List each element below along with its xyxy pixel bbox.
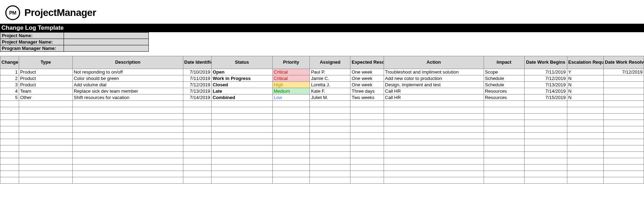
cell-status[interactable]: Combined <box>212 94 273 101</box>
empty-cell[interactable] <box>524 101 567 107</box>
empty-cell[interactable] <box>183 120 212 126</box>
cell-action[interactable]: Add new color to production <box>384 75 484 82</box>
cell-priority[interactable]: Critical <box>272 69 310 75</box>
cell-exp-res[interactable]: One week <box>350 82 384 88</box>
empty-cell[interactable] <box>350 158 384 165</box>
empty-cell[interactable] <box>272 120 310 126</box>
empty-cell[interactable] <box>384 120 484 126</box>
empty-cell[interactable] <box>72 139 183 145</box>
empty-cell[interactable] <box>183 145 212 152</box>
cell-priority[interactable]: Critical <box>272 75 310 82</box>
empty-cell[interactable] <box>384 107 484 114</box>
empty-cell[interactable] <box>212 152 273 158</box>
empty-cell[interactable] <box>272 158 310 165</box>
empty-cell[interactable] <box>484 145 524 152</box>
empty-cell[interactable] <box>19 158 72 165</box>
empty-cell[interactable] <box>350 171 384 177</box>
empty-cell[interactable] <box>272 171 310 177</box>
cell-date-id[interactable]: 7/13/2019 <box>183 88 212 94</box>
cell-escalation[interactable]: N <box>567 88 604 94</box>
empty-cell[interactable] <box>72 177 183 184</box>
empty-cell[interactable] <box>212 120 273 126</box>
empty-cell[interactable] <box>212 139 273 145</box>
empty-cell[interactable] <box>19 101 72 107</box>
empty-cell[interactable] <box>310 101 350 107</box>
empty-cell[interactable] <box>604 165 644 171</box>
empty-cell[interactable] <box>567 126 604 133</box>
empty-cell[interactable] <box>212 114 273 120</box>
empty-cell[interactable] <box>272 133 310 139</box>
empty-cell[interactable] <box>524 145 567 152</box>
empty-cell[interactable] <box>350 139 384 145</box>
empty-cell[interactable] <box>604 152 644 158</box>
empty-cell[interactable] <box>384 171 484 177</box>
empty-cell[interactable] <box>310 145 350 152</box>
empty-cell[interactable] <box>350 126 384 133</box>
cell-type[interactable]: Product <box>19 82 72 88</box>
empty-cell[interactable] <box>604 120 644 126</box>
empty-cell[interactable] <box>272 177 310 184</box>
cell-escalation[interactable]: N <box>567 75 604 82</box>
empty-cell[interactable] <box>484 177 524 184</box>
cell-impact[interactable]: Scope <box>484 69 524 75</box>
empty-cell[interactable] <box>384 152 484 158</box>
empty-cell[interactable] <box>19 120 72 126</box>
empty-cell[interactable] <box>567 165 604 171</box>
empty-cell[interactable] <box>524 152 567 158</box>
empty-cell[interactable] <box>524 107 567 114</box>
cell-desc[interactable]: Shift resources for vacation <box>72 94 183 101</box>
cell-no[interactable]: 5 <box>0 94 19 101</box>
empty-cell[interactable] <box>604 177 644 184</box>
cell-assigned[interactable]: Kate F. <box>310 88 350 94</box>
empty-cell[interactable] <box>567 158 604 165</box>
empty-cell[interactable] <box>183 165 212 171</box>
empty-cell[interactable] <box>567 120 604 126</box>
cell-status[interactable]: Late <box>212 88 273 94</box>
empty-cell[interactable] <box>350 145 384 152</box>
empty-cell[interactable] <box>384 114 484 120</box>
cell-action[interactable]: Call HR <box>384 88 484 94</box>
empty-cell[interactable] <box>350 133 384 139</box>
empty-cell[interactable] <box>484 126 524 133</box>
pm-name-value[interactable] <box>64 39 149 45</box>
empty-cell[interactable] <box>567 101 604 107</box>
empty-cell[interactable] <box>310 171 350 177</box>
empty-cell[interactable] <box>183 171 212 177</box>
cell-impact[interactable]: Resources <box>484 94 524 101</box>
cell-impact[interactable]: Resources <box>484 88 524 94</box>
cell-desc[interactable]: Color should be green <box>72 75 183 82</box>
empty-cell[interactable] <box>183 177 212 184</box>
empty-cell[interactable] <box>384 145 484 152</box>
empty-cell[interactable] <box>0 139 19 145</box>
cell-action[interactable]: Troubleshoot and impliment solution <box>384 69 484 75</box>
empty-cell[interactable] <box>524 177 567 184</box>
empty-cell[interactable] <box>310 177 350 184</box>
empty-cell[interactable] <box>484 171 524 177</box>
empty-cell[interactable] <box>310 133 350 139</box>
empty-cell[interactable] <box>567 145 604 152</box>
cell-escalation[interactable]: N <box>567 82 604 88</box>
empty-cell[interactable] <box>72 107 183 114</box>
empty-cell[interactable] <box>212 145 273 152</box>
empty-cell[interactable] <box>183 126 212 133</box>
empty-cell[interactable] <box>212 165 273 171</box>
cell-work-begins[interactable]: 7/11/2019 <box>524 69 567 75</box>
empty-cell[interactable] <box>310 114 350 120</box>
empty-cell[interactable] <box>272 101 310 107</box>
empty-cell[interactable] <box>19 177 72 184</box>
cell-date-id[interactable]: 7/10/2019 <box>183 69 212 75</box>
empty-cell[interactable] <box>72 152 183 158</box>
cell-type[interactable]: Product <box>19 69 72 75</box>
cell-status[interactable]: Closed <box>212 82 273 88</box>
cell-status[interactable]: Work in Progress <box>212 75 273 82</box>
cell-resolved[interactable] <box>604 94 644 101</box>
empty-cell[interactable] <box>272 107 310 114</box>
cell-date-id[interactable]: 7/14/2019 <box>183 94 212 101</box>
cell-resolved[interactable]: 7/12/2019 <box>604 69 644 75</box>
empty-cell[interactable] <box>604 158 644 165</box>
empty-cell[interactable] <box>384 101 484 107</box>
cell-assigned[interactable]: Loretta J. <box>310 82 350 88</box>
empty-cell[interactable] <box>72 114 183 120</box>
cell-exp-res[interactable]: One week <box>350 75 384 82</box>
empty-cell[interactable] <box>19 126 72 133</box>
